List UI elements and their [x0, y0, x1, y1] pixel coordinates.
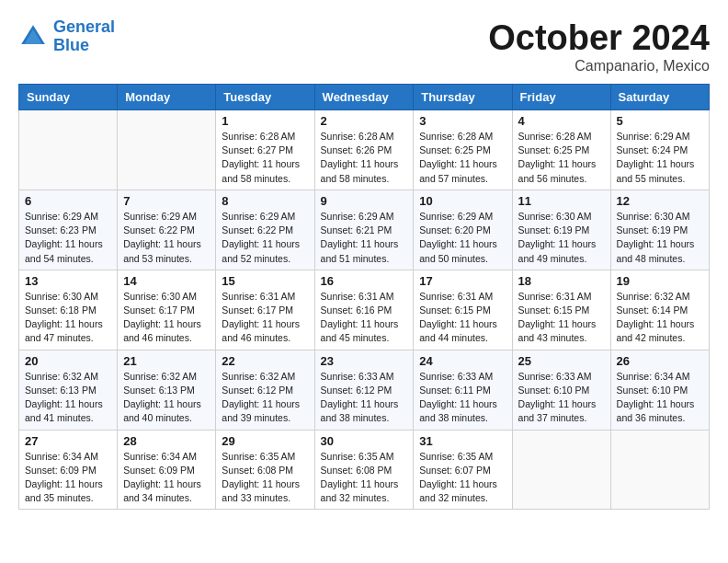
day-info: Sunrise: 6:28 AMSunset: 6:25 PMDaylight:…	[419, 130, 506, 186]
calendar-week-row: 1Sunrise: 6:28 AMSunset: 6:27 PMDaylight…	[19, 110, 710, 190]
logo-icon	[18, 22, 48, 52]
day-info: Sunrise: 6:31 AMSunset: 6:17 PMDaylight:…	[222, 290, 308, 346]
day-number: 16	[321, 274, 408, 288]
table-row: 21Sunrise: 6:32 AMSunset: 6:13 PMDayligh…	[118, 350, 216, 430]
table-row: 1Sunrise: 6:28 AMSunset: 6:27 PMDaylight…	[216, 110, 314, 190]
day-number: 7	[123, 194, 210, 208]
table-row: 6Sunrise: 6:29 AMSunset: 6:23 PMDaylight…	[19, 190, 118, 270]
table-row: 31Sunrise: 6:35 AMSunset: 6:07 PMDayligh…	[414, 430, 512, 510]
table-row	[118, 110, 216, 190]
day-info: Sunrise: 6:32 AMSunset: 6:14 PMDaylight:…	[617, 290, 703, 346]
table-row: 18Sunrise: 6:31 AMSunset: 6:15 PMDayligh…	[512, 270, 610, 350]
day-info: Sunrise: 6:29 AMSunset: 6:22 PMDaylight:…	[222, 210, 308, 266]
day-info: Sunrise: 6:31 AMSunset: 6:15 PMDaylight:…	[518, 290, 605, 346]
col-saturday: Saturday	[610, 85, 709, 110]
logo-text: General Blue	[53, 18, 115, 55]
day-info: Sunrise: 6:32 AMSunset: 6:13 PMDaylight:…	[123, 370, 210, 426]
day-number: 13	[25, 274, 111, 288]
calendar-table: Sunday Monday Tuesday Wednesday Thursday…	[18, 84, 710, 510]
day-number: 14	[123, 274, 210, 288]
table-row: 22Sunrise: 6:32 AMSunset: 6:12 PMDayligh…	[216, 350, 314, 430]
table-row: 24Sunrise: 6:33 AMSunset: 6:11 PMDayligh…	[414, 350, 512, 430]
table-row: 19Sunrise: 6:32 AMSunset: 6:14 PMDayligh…	[610, 270, 709, 350]
table-row: 11Sunrise: 6:30 AMSunset: 6:19 PMDayligh…	[512, 190, 610, 270]
day-number: 8	[222, 194, 308, 208]
table-row	[512, 430, 610, 510]
table-row	[610, 430, 709, 510]
day-info: Sunrise: 6:33 AMSunset: 6:11 PMDaylight:…	[419, 370, 506, 426]
day-info: Sunrise: 6:35 AMSunset: 6:08 PMDaylight:…	[222, 450, 308, 506]
day-info: Sunrise: 6:29 AMSunset: 6:22 PMDaylight:…	[123, 210, 210, 266]
calendar-header-row: Sunday Monday Tuesday Wednesday Thursday…	[19, 85, 710, 110]
day-number: 20	[25, 354, 111, 368]
day-info: Sunrise: 6:31 AMSunset: 6:15 PMDaylight:…	[419, 290, 506, 346]
table-row: 14Sunrise: 6:30 AMSunset: 6:17 PMDayligh…	[118, 270, 216, 350]
table-row: 17Sunrise: 6:31 AMSunset: 6:15 PMDayligh…	[414, 270, 512, 350]
day-number: 6	[25, 194, 111, 208]
month-title: October 2024	[488, 18, 710, 58]
table-row: 2Sunrise: 6:28 AMSunset: 6:26 PMDaylight…	[314, 110, 414, 190]
col-monday: Monday	[118, 85, 216, 110]
day-number: 31	[419, 434, 506, 448]
day-number: 28	[123, 434, 210, 448]
day-number: 22	[222, 354, 308, 368]
table-row: 3Sunrise: 6:28 AMSunset: 6:25 PMDaylight…	[414, 110, 512, 190]
table-row: 8Sunrise: 6:29 AMSunset: 6:22 PMDaylight…	[216, 190, 314, 270]
col-wednesday: Wednesday	[314, 85, 414, 110]
table-row: 15Sunrise: 6:31 AMSunset: 6:17 PMDayligh…	[216, 270, 314, 350]
day-number: 29	[222, 434, 308, 448]
table-row: 13Sunrise: 6:30 AMSunset: 6:18 PMDayligh…	[19, 270, 118, 350]
day-number: 18	[518, 274, 605, 288]
day-info: Sunrise: 6:34 AMSunset: 6:10 PMDaylight:…	[617, 370, 703, 426]
day-number: 9	[321, 194, 408, 208]
table-row: 28Sunrise: 6:34 AMSunset: 6:09 PMDayligh…	[118, 430, 216, 510]
day-number: 11	[518, 194, 605, 208]
day-number: 3	[419, 114, 506, 128]
day-info: Sunrise: 6:35 AMSunset: 6:08 PMDaylight:…	[321, 450, 408, 506]
day-info: Sunrise: 6:33 AMSunset: 6:12 PMDaylight:…	[321, 370, 408, 426]
table-row: 4Sunrise: 6:28 AMSunset: 6:25 PMDaylight…	[512, 110, 610, 190]
day-info: Sunrise: 6:35 AMSunset: 6:07 PMDaylight:…	[419, 450, 506, 506]
day-info: Sunrise: 6:31 AMSunset: 6:16 PMDaylight:…	[321, 290, 408, 346]
day-number: 5	[617, 114, 703, 128]
table-row: 9Sunrise: 6:29 AMSunset: 6:21 PMDaylight…	[314, 190, 414, 270]
table-row: 12Sunrise: 6:30 AMSunset: 6:19 PMDayligh…	[610, 190, 709, 270]
day-info: Sunrise: 6:29 AMSunset: 6:21 PMDaylight:…	[321, 210, 408, 266]
day-number: 17	[419, 274, 506, 288]
day-number: 24	[419, 354, 506, 368]
table-row	[19, 110, 118, 190]
day-number: 27	[25, 434, 111, 448]
table-row: 25Sunrise: 6:33 AMSunset: 6:10 PMDayligh…	[512, 350, 610, 430]
calendar-week-row: 20Sunrise: 6:32 AMSunset: 6:13 PMDayligh…	[19, 350, 710, 430]
table-row: 10Sunrise: 6:29 AMSunset: 6:20 PMDayligh…	[414, 190, 512, 270]
day-number: 4	[518, 114, 605, 128]
calendar-week-row: 27Sunrise: 6:34 AMSunset: 6:09 PMDayligh…	[19, 430, 710, 510]
col-tuesday: Tuesday	[216, 85, 314, 110]
location-subtitle: Campanario, Mexico	[488, 58, 710, 75]
day-number: 2	[321, 114, 408, 128]
day-info: Sunrise: 6:28 AMSunset: 6:26 PMDaylight:…	[321, 130, 408, 186]
calendar-week-row: 13Sunrise: 6:30 AMSunset: 6:18 PMDayligh…	[19, 270, 710, 350]
col-thursday: Thursday	[414, 85, 512, 110]
calendar-week-row: 6Sunrise: 6:29 AMSunset: 6:23 PMDaylight…	[19, 190, 710, 270]
day-info: Sunrise: 6:30 AMSunset: 6:19 PMDaylight:…	[617, 210, 703, 266]
day-info: Sunrise: 6:30 AMSunset: 6:17 PMDaylight:…	[123, 290, 210, 346]
day-info: Sunrise: 6:29 AMSunset: 6:24 PMDaylight:…	[617, 130, 703, 186]
day-info: Sunrise: 6:33 AMSunset: 6:10 PMDaylight:…	[518, 370, 605, 426]
day-number: 19	[617, 274, 703, 288]
day-info: Sunrise: 6:29 AMSunset: 6:23 PMDaylight:…	[25, 210, 111, 266]
table-row: 30Sunrise: 6:35 AMSunset: 6:08 PMDayligh…	[314, 430, 414, 510]
day-number: 25	[518, 354, 605, 368]
day-info: Sunrise: 6:28 AMSunset: 6:25 PMDaylight:…	[518, 130, 605, 186]
col-friday: Friday	[512, 85, 610, 110]
table-row: 7Sunrise: 6:29 AMSunset: 6:22 PMDaylight…	[118, 190, 216, 270]
logo: General Blue	[18, 18, 115, 55]
table-row: 16Sunrise: 6:31 AMSunset: 6:16 PMDayligh…	[314, 270, 414, 350]
day-number: 21	[123, 354, 210, 368]
day-number: 10	[419, 194, 506, 208]
day-number: 23	[321, 354, 408, 368]
day-info: Sunrise: 6:32 AMSunset: 6:13 PMDaylight:…	[25, 370, 111, 426]
page-header: General Blue October 2024 Campanario, Me…	[18, 18, 710, 75]
day-number: 12	[617, 194, 703, 208]
day-info: Sunrise: 6:34 AMSunset: 6:09 PMDaylight:…	[25, 450, 111, 506]
